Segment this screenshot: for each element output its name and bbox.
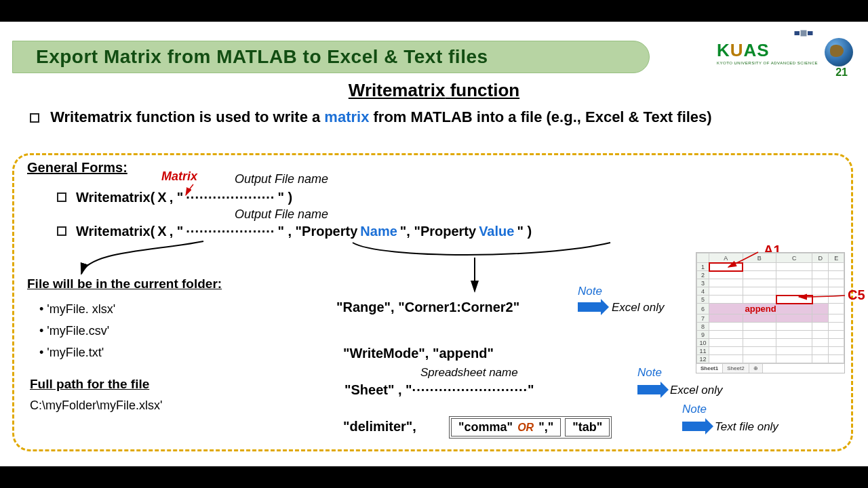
- syntax-form-2: Writematrix( X , " ···················· …: [57, 224, 532, 239]
- arrow-right-icon: [637, 385, 660, 394]
- bottom-black-bar: [0, 466, 868, 488]
- list-item: 'myFile. xlsx': [50, 298, 115, 320]
- note-label: Note: [682, 403, 707, 416]
- bullet-icon: [30, 113, 39, 123]
- top-black-bar: [0, 0, 868, 22]
- spreadsheet-name-hint: Spreadsheet name: [420, 366, 518, 380]
- append-label: append: [709, 304, 812, 314]
- bullet-icon: [57, 192, 66, 202]
- svg-rect-1: [808, 31, 813, 35]
- delim-option-comma: "comma" OR ",": [451, 418, 561, 436]
- prop-range: "Range", "Corner1:Corner2": [336, 300, 519, 315]
- syntax-form-1: Writematrix( X , " ···················· …: [57, 190, 292, 205]
- kuas-logo: KUAS: [717, 40, 818, 61]
- delimiter-options: "comma" OR "," "tab": [449, 416, 612, 439]
- excel-only-label: Excel only: [670, 384, 722, 397]
- svg-rect-2: [801, 30, 807, 37]
- arrow-right-icon: [682, 422, 705, 431]
- kuas-subtext: KYOTO UNIVERSITY OF ADVANCED SCIENCE: [717, 61, 818, 65]
- matrix-var-label: Matrix: [161, 169, 197, 184]
- current-folder-heading: File will be in the current folder:: [27, 277, 222, 291]
- subtitle: Writematrix function: [0, 80, 868, 101]
- slide-title: Export Matrix from MATLAB to Excel & Tex…: [36, 46, 488, 68]
- sheet-tab: Sheet1: [696, 364, 723, 373]
- intro-suffix: from MATLAB into a file (e.g., Excel & T…: [374, 108, 712, 125]
- excel-preview: A B C D E 1 2 3 4 5 6append 7 8 9 10 11 …: [696, 252, 845, 373]
- output-file-label-2: Output File name: [235, 207, 328, 222]
- delim-option-tab: "tab": [565, 418, 610, 436]
- list-item: 'myFile.txt': [50, 342, 115, 363]
- prop-writemode: "WriteMode", "append": [343, 346, 494, 361]
- subtitle-main: Writematrix: [349, 80, 446, 100]
- intro-line: Writematrix function is used to write a …: [30, 108, 841, 126]
- title-banner: Export Matrix from MATLAB to Excel & Tex…: [12, 41, 650, 73]
- cell-c5-label: C5: [848, 287, 865, 303]
- file-type-list: 'myFile. xlsx' 'myFile.csv' 'myFile.txt': [50, 298, 115, 363]
- sheet-tab: Sheet2: [723, 364, 749, 373]
- output-file-label-1: Output File name: [235, 172, 328, 186]
- subtitle-suffix: function: [445, 80, 519, 100]
- fullpath-heading: Full path for the file: [30, 377, 149, 392]
- general-forms-heading: General Forms:: [27, 160, 127, 176]
- globe-icon: [825, 38, 853, 66]
- add-sheet-icon: ⊕: [749, 364, 763, 373]
- prop-sheet: "Sheet" , "··························": [344, 382, 534, 398]
- intro-matrix: matrix: [324, 108, 369, 125]
- note-label: Note: [637, 366, 662, 380]
- excel-only-label: Excel only: [612, 301, 664, 314]
- intro-prefix: Writematrix function is used to write a: [50, 108, 324, 125]
- svg-rect-0: [795, 31, 800, 35]
- logo-area: KUAS KYOTO UNIVERSITY OF ADVANCED SCIENC…: [717, 38, 853, 66]
- list-item: 'myFile.csv': [50, 320, 115, 342]
- page-number: 21: [835, 66, 848, 79]
- satellite-icon: [792, 27, 815, 39]
- text-only-label: Text file only: [715, 420, 778, 434]
- arrow-right-icon: [578, 302, 601, 312]
- excel-sheet-tabs: Sheet1 Sheet2 ⊕: [696, 363, 844, 373]
- bullet-icon: [57, 226, 66, 236]
- note-label: Note: [578, 285, 602, 298]
- fullpath-value: C:\myFolder\myFile.xlsx': [30, 399, 162, 413]
- prop-delimiter-key: "delimiter",: [343, 419, 416, 434]
